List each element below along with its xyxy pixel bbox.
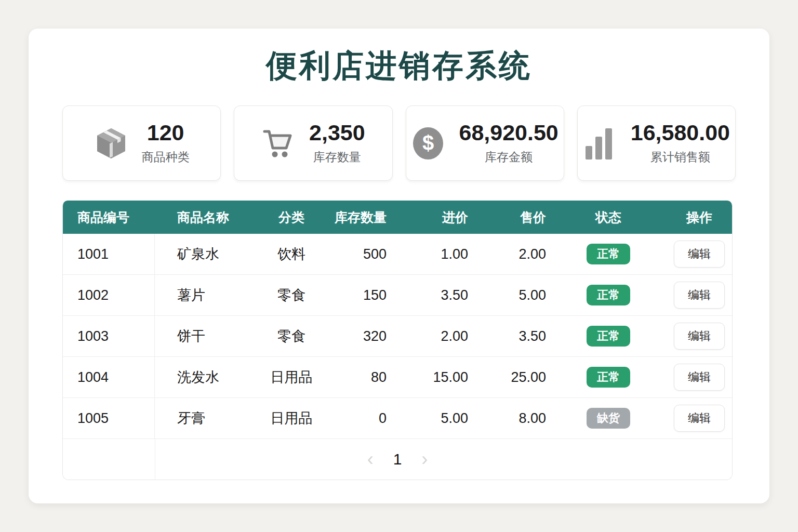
category: 日用品	[255, 409, 328, 428]
product-id: 1003	[63, 316, 155, 356]
product-name: 矿泉水	[155, 245, 255, 263]
sell-price: 8.00	[471, 410, 551, 427]
table-row: 1003 饼干 零食 320 2.00 3.50 正常 编辑	[63, 316, 732, 357]
sell-price: 3.50	[471, 328, 551, 344]
column-header-actions: 操作	[666, 209, 733, 226]
stat-value-stock-value: 68,920.50	[459, 121, 558, 144]
stat-card-product-types: 120 商品种类	[62, 105, 221, 181]
table-header-row: 商品编号 商品名称 分类 库存数量 进价 售价 状态 操作	[63, 201, 732, 234]
product-id: 1004	[63, 357, 155, 397]
category: 零食	[255, 327, 328, 345]
column-header-product-id: 商品编号	[63, 209, 155, 226]
stat-label-product-types: 商品种类	[142, 149, 190, 165]
stat-value-product-types: 120	[147, 121, 184, 144]
edit-button[interactable]: 编辑	[674, 364, 725, 391]
sell-price: 2.00	[471, 246, 551, 262]
package-icon	[94, 126, 128, 161]
stat-card-total-sales: 16,580.00 累计销售额	[577, 105, 736, 181]
pagination-prev-button[interactable]: ‹	[367, 450, 374, 469]
page-title: 便利店进销存系统	[29, 29, 769, 82]
stock-qty: 0	[328, 410, 393, 427]
inventory-table: 商品编号 商品名称 分类 库存数量 进价 售价 状态 操作 1001 矿泉水 饮…	[62, 201, 733, 480]
stat-card-stock-quantity: 2,350 库存数量	[234, 105, 392, 181]
edit-button[interactable]: 编辑	[674, 282, 725, 309]
status-badge: 正常	[587, 244, 630, 264]
pagination-page-1[interactable]: 1	[393, 450, 402, 468]
bar-chart-icon	[583, 126, 617, 161]
stat-value-stock-quantity: 2,350	[309, 121, 365, 144]
status-badge: 正常	[587, 367, 630, 388]
status-badge: 正常	[587, 326, 630, 347]
edit-button[interactable]: 编辑	[674, 241, 725, 268]
column-header-category: 分类	[255, 209, 328, 226]
cost-price: 1.00	[393, 246, 471, 262]
cart-icon	[261, 126, 296, 161]
stock-qty: 500	[328, 246, 393, 262]
stock-qty: 80	[328, 369, 393, 385]
table-row: 1001 矿泉水 饮料 500 1.00 2.00 正常 编辑	[63, 234, 732, 275]
status-badge: 缺货	[587, 408, 630, 429]
app-card: 便利店进销存系统 120 商品种类	[29, 29, 769, 503]
stat-label-stock-quantity: 库存数量	[313, 149, 361, 165]
sell-price: 25.00	[471, 369, 551, 385]
stat-label-total-sales: 累计销售额	[650, 149, 710, 165]
column-header-stock: 库存数量	[328, 209, 393, 226]
stat-card-stock-value: $ 68,920.50 库存金额	[406, 105, 564, 181]
edit-button[interactable]: 编辑	[674, 405, 725, 432]
stat-value-total-sales: 16,580.00	[631, 121, 730, 144]
cost-price: 15.00	[393, 369, 471, 385]
column-header-cost-price: 进价	[393, 209, 471, 226]
category: 日用品	[255, 368, 328, 387]
cost-price: 2.00	[393, 328, 471, 344]
svg-text:$: $	[422, 131, 434, 154]
cost-price: 3.50	[393, 287, 471, 303]
product-id: 1002	[63, 275, 155, 315]
pagination-next-button[interactable]: ›	[421, 450, 428, 469]
stats-row: 120 商品种类 2,350 库存数量 $	[62, 105, 736, 181]
stock-qty: 320	[328, 328, 393, 344]
stat-label-stock-value: 库存金额	[485, 149, 533, 165]
status-badge: 正常	[587, 285, 630, 305]
product-id: 1001	[63, 234, 155, 274]
table-row: 1005 牙膏 日用品 0 5.00 8.00 缺货 编辑	[63, 398, 732, 439]
category: 零食	[255, 286, 328, 304]
product-name: 饼干	[155, 327, 255, 345]
column-header-product-name: 商品名称	[155, 209, 255, 226]
product-id: 1005	[63, 398, 155, 438]
table-row: 1002 薯片 零食 150 3.50 5.00 正常 编辑	[63, 275, 732, 316]
table-row: 1004 洗发水 日用品 80 15.00 25.00 正常 编辑	[63, 357, 732, 398]
category: 饮料	[255, 245, 328, 263]
dollar-icon: $	[411, 126, 445, 161]
product-name: 薯片	[155, 286, 255, 304]
product-name: 洗发水	[155, 368, 255, 387]
stock-qty: 150	[328, 287, 393, 303]
column-header-status: 状态	[551, 209, 666, 226]
product-name: 牙膏	[155, 409, 255, 428]
edit-button[interactable]: 编辑	[674, 323, 725, 350]
cost-price: 5.00	[393, 410, 471, 427]
sell-price: 5.00	[471, 287, 551, 303]
table-footer: ‹ 1 ›	[63, 439, 732, 480]
column-header-sell-price: 售价	[471, 209, 551, 226]
